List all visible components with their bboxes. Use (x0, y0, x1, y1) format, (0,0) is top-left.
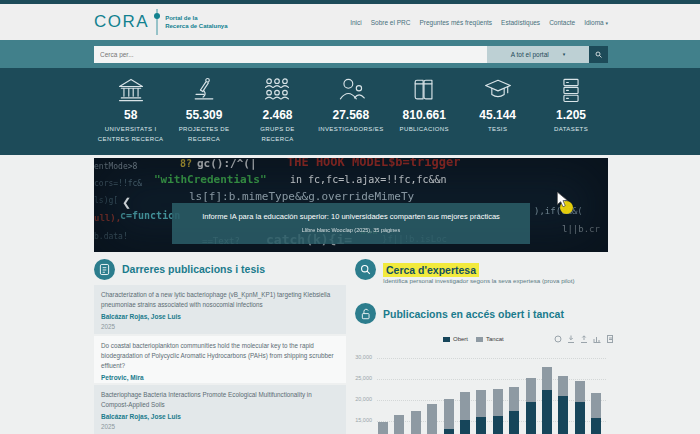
microscope-icon (189, 76, 219, 104)
expertise-section-subtitle: Identifica personal investigador segons … (383, 277, 603, 284)
publication-title[interactable]: Do coastal bacterioplankton communities … (101, 341, 339, 371)
carousel-subtitle: Llibre blanc Wooclap (2025), 35 pàgines (172, 227, 530, 233)
nav-preguntes[interactable]: Preguntes més freqüents (419, 19, 492, 26)
nav-idioma-label: Idioma (584, 19, 604, 26)
bar-segment-tancat (444, 399, 454, 428)
bar-segment-tancat (378, 422, 388, 434)
upload-icon[interactable] (580, 335, 588, 343)
research-groups-icon (262, 76, 292, 104)
legend-label-tancat: Tancat (486, 336, 504, 342)
chevron-down-icon: ▾ (605, 20, 608, 26)
y-axis-tick: 15,000 (346, 417, 372, 423)
expertise-section-title-wrap: Cerca d'expertesa (383, 260, 479, 278)
bar-chart-icon[interactable] (593, 335, 601, 343)
publication-title[interactable]: Characterization of a new lytic bacterio… (101, 290, 339, 310)
y-axis-tick: 30,000 (346, 354, 372, 360)
publication-author[interactable]: Petrovic, Mira (101, 374, 339, 381)
bar-segment-obert (558, 396, 568, 434)
nav-contacte[interactable]: Contacte (549, 19, 575, 26)
legend-item-obert[interactable]: Obert (443, 336, 468, 342)
publication-title[interactable]: Bacteriophage Bacteria Interactions Prom… (101, 390, 339, 410)
cora-logo[interactable]: CORA Portal de la Recerca de Catalunya (94, 9, 228, 35)
search-button[interactable] (589, 46, 608, 63)
stats-row: 58 Universitats i centres recerca 55.309… (94, 74, 608, 152)
nav-inici[interactable]: Inici (350, 19, 362, 26)
logo-tagline-line1: Portal de la (165, 15, 197, 21)
publication-author[interactable]: Balcázar Rojas, Jose Luis (101, 313, 339, 320)
logo-pin-icon (153, 9, 161, 35)
stat-value: 810.661 (388, 108, 461, 122)
stat-label: Publicacions (388, 125, 461, 135)
carousel-caption[interactable]: Informe IA para la educación superior: 1… (172, 203, 530, 244)
y-axis-tick: 20,000 (346, 396, 372, 402)
publication-card[interactable]: Do coastal bacterioplankton communities … (94, 336, 346, 383)
news-carousel: entMode>88?gc():/^(|THE HOOK MODEL$b=tri… (94, 158, 608, 252)
download-icon[interactable] (567, 335, 575, 343)
expertise-section-icon-wrap (355, 259, 376, 280)
bar-segment-obert (476, 417, 486, 434)
database-icon (556, 76, 586, 104)
publication-year: 2025 (101, 323, 339, 330)
open-access-section-title: Publicacions en accés obert i tancat (383, 308, 564, 320)
nav-sobre-el-prc[interactable]: Sobre el PRC (371, 19, 411, 26)
y-axis-tick: 25,000 (346, 375, 372, 381)
open-access-section-icon-wrap (355, 303, 376, 324)
journal-icon (99, 263, 110, 276)
books-icon (409, 76, 439, 104)
bar-segment-tancat (476, 390, 486, 417)
bar-segment-tancat (493, 389, 503, 416)
nav-idioma[interactable]: Idioma ▾ (584, 19, 608, 26)
bar-segment-obert (509, 411, 519, 434)
bar-segment-obert (575, 402, 585, 434)
logo-tagline-line2: Recerca de Catalunya (165, 23, 227, 29)
gridline (377, 379, 606, 380)
legend-swatch-obert (443, 337, 450, 342)
publication-card[interactable]: Characterization of a new lytic bacterio… (94, 285, 346, 334)
legend-item-tancat[interactable]: Tancat (476, 336, 504, 342)
search-icon (595, 49, 602, 60)
legend-label-obert: Obert (453, 336, 468, 342)
stat-label: Datasets (534, 125, 607, 135)
publication-author[interactable]: Balcázar Rojas, Jose Luis (101, 413, 339, 420)
stat-datasets[interactable]: 1.205 Datasets (534, 74, 607, 152)
oa-chart-plot (377, 352, 606, 434)
stat-grups[interactable]: 2.468 Grups de recerca (241, 74, 314, 152)
stat-value: 45.144 (461, 108, 534, 122)
stat-tesis[interactable]: 45.144 Tesis (461, 74, 534, 152)
stat-value: 1.205 (534, 108, 607, 122)
search-bar: A tot el portal ▾ (94, 40, 608, 68)
mouse-cursor-icon (557, 192, 569, 208)
legend-swatch-tancat (476, 337, 483, 342)
search-scope-value: A tot el portal (511, 51, 549, 58)
cora-logo-wordmark: CORA (94, 12, 149, 32)
publications-section-title: Darreres publicacions i tesis (122, 263, 265, 275)
open-lock-icon (360, 308, 371, 320)
carousel-title[interactable]: Informe IA para la educación superior: 1… (172, 212, 530, 221)
search-scope-select[interactable]: A tot el portal ▾ (487, 46, 589, 63)
nav-estadistiques[interactable]: Estadístiques (501, 19, 540, 26)
bar-segment-obert (493, 416, 503, 434)
bar-segment-obert (591, 418, 601, 434)
stat-publicacions[interactable]: 810.661 Publicacions (388, 74, 461, 152)
gridline (377, 400, 606, 401)
bar-segment-obert (444, 429, 454, 434)
chevron-down-icon: ▾ (563, 51, 566, 57)
expertise-section-title[interactable]: Cerca d'expertesa (383, 263, 479, 277)
file-icon[interactable] (606, 335, 614, 343)
graduation-cap-icon (483, 76, 513, 104)
carousel-prev-button[interactable]: ❮ (122, 196, 131, 209)
stat-investigadors[interactable]: 27.568 Investigadors/es (314, 74, 387, 152)
publication-card[interactable]: Bacteriophage Bacteria Interactions Prom… (94, 385, 346, 434)
bar-segment-tancat (411, 411, 421, 434)
stat-value: 27.568 (314, 108, 387, 122)
stat-projectes[interactable]: 55.309 Projectes de recerca (167, 74, 240, 152)
gridline (377, 358, 606, 359)
stat-universitats[interactable]: 58 Universitats i centres recerca (94, 74, 167, 152)
publication-year: 2025 (101, 423, 339, 430)
refresh-icon[interactable] (554, 335, 562, 343)
researchers-icon (336, 76, 366, 104)
bar-segment-tancat (575, 381, 585, 402)
search-input[interactable] (94, 46, 487, 63)
bar-segment-tancat (394, 415, 404, 434)
university-icon (116, 76, 146, 104)
